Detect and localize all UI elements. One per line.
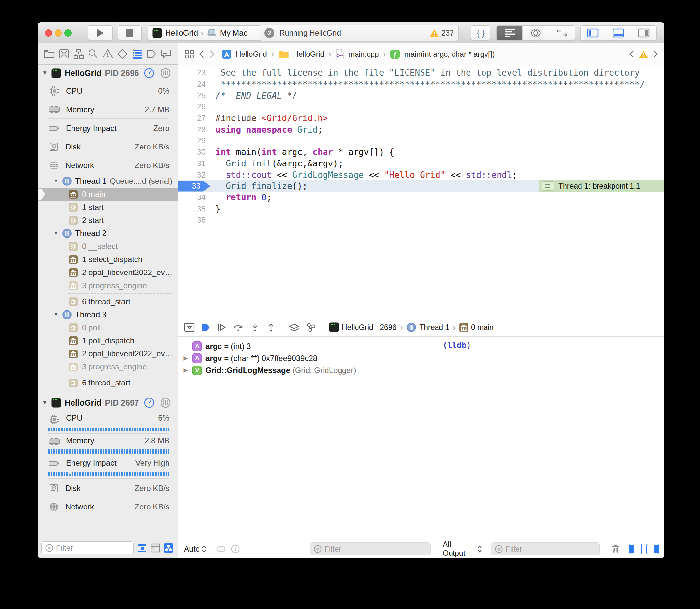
profile-gauge-button[interactable] (143, 67, 155, 79)
clear-console-button[interactable] (611, 544, 620, 554)
gauge-row-network[interactable]: NetworkZero KB/s (37, 498, 178, 516)
navigator-tab-source-control[interactable] (57, 47, 70, 60)
variables-filter-field[interactable]: Filter (310, 542, 431, 556)
variable-row[interactable]: ▶ V Grid::GridLogMessage (Grid::GridLogg… (178, 364, 437, 376)
view-ui-hierarchy-button[interactable] (150, 542, 161, 554)
navigator-tab-issues[interactable] (101, 47, 114, 60)
disclosure-triangle-icon[interactable]: ▼ (42, 70, 48, 76)
stack-frame-row[interactable]: 6 thread_start (37, 376, 178, 389)
activity-viewer[interactable]: 2 Running HelloGrid 237 (259, 25, 459, 41)
step-into-button[interactable] (250, 323, 260, 332)
debug-path-item[interactable]: HelloGrid - 2696 (329, 323, 396, 332)
stack-frame-row[interactable]: 2 start (37, 214, 178, 227)
navigator-tab-project[interactable] (43, 47, 56, 60)
code-review-button[interactable]: { } (471, 25, 490, 40)
breakpoints-enabled-button[interactable] (201, 323, 210, 332)
breakpoint-annotation[interactable]: Thread 1: breakpoint 1.1 (539, 180, 664, 192)
disclosure-triangle-icon[interactable]: ▶ (183, 367, 189, 374)
stack-frame-row[interactable]: 3 progress_engine (37, 279, 178, 292)
assistant-editor-button[interactable] (523, 26, 549, 40)
toggle-navigator-button[interactable] (581, 26, 606, 40)
code-line-23[interactable]: 23 See the full license in the file "LIC… (178, 67, 664, 79)
gauge-row-memory[interactable]: Memory2.8 MB (37, 434, 178, 456)
jump-bar-symbol[interactable]: main(int argc, char * argv[]) (404, 50, 495, 59)
step-over-button[interactable] (233, 323, 244, 332)
jump-bar-project[interactable]: HelloGrid (236, 50, 267, 59)
console-output[interactable]: (lldb) (437, 337, 664, 540)
zoom-window-button[interactable] (64, 29, 71, 37)
stack-frame-row[interactable]: 2 opal_libevent2022_ev… (37, 347, 178, 360)
jump-bar-file[interactable]: main.cpp (348, 50, 379, 59)
variable-row[interactable]: ▶ A argv = (char **) 0x7ffee9039c28 (178, 352, 437, 364)
navigator-tab-breakpoints[interactable] (145, 47, 158, 60)
standard-editor-button[interactable] (497, 26, 523, 40)
variables-scope-dropdown[interactable]: Auto (184, 545, 206, 554)
debug-path-item[interactable]: 0 main (459, 323, 494, 332)
code-line-36[interactable]: 36 (178, 214, 664, 226)
code-line-35[interactable]: 35 } (178, 203, 664, 214)
console-scope-dropdown[interactable]: All Output (443, 540, 482, 558)
minimize-window-button[interactable] (54, 29, 62, 37)
disclosure-triangle-icon[interactable]: ▶ (183, 355, 189, 362)
stack-frame-row[interactable]: 6 thread_start (37, 295, 178, 308)
jump-bar-group[interactable]: HelloGrid (293, 50, 325, 59)
disclosure-triangle-icon[interactable]: ▼ (42, 399, 48, 406)
thread-row[interactable]: ▼ Thread 3 (37, 308, 178, 321)
view-by-queue-button[interactable] (163, 542, 174, 554)
code-line-28[interactable]: 28 using namespace Grid; (178, 124, 664, 135)
disclosure-triangle-icon[interactable]: ▼ (53, 311, 59, 318)
code-line-31[interactable]: 31 Grid_init(&argc,&argv); (178, 158, 664, 169)
gauge-row-memory[interactable]: Memory2.7 MB (37, 100, 178, 119)
scheme-selector[interactable]: HelloGrid › My Mac (148, 25, 261, 40)
stack-frame-row[interactable]: 1 poll_dispatch (37, 334, 178, 347)
run-button[interactable] (88, 25, 113, 40)
navigator-tab-find[interactable] (86, 47, 100, 60)
previous-issue-button[interactable] (629, 50, 634, 58)
navigator-tab-symbols[interactable] (72, 47, 85, 60)
back-button[interactable] (199, 50, 205, 59)
code-line-25[interactable]: 25 /* END LEGAL */ (178, 90, 664, 101)
close-window-button[interactable] (45, 29, 52, 37)
navigator-tab-tests[interactable] (116, 47, 129, 60)
thread-row[interactable]: ▼ Thread 2 (37, 227, 178, 240)
stack-frame-row[interactable]: 3 progress_engine (37, 360, 178, 373)
toggle-debug-area-button[interactable] (606, 26, 631, 40)
gauge-row-disk[interactable]: DiskZero KB/s (37, 137, 178, 156)
code-line-34[interactable]: 34 return 0; (178, 192, 664, 203)
code-line-33[interactable]: 33 Grid_finalize(); Thread 1: breakpoint… (178, 180, 664, 192)
variable-row[interactable]: A argc = (int) 3 (178, 340, 437, 352)
gauge-row-disk[interactable]: DiskZero KB/s (37, 479, 178, 498)
navigator-filter-field[interactable]: Filter (41, 541, 134, 555)
gauge-row-energy-impact[interactable]: Energy ImpactZero (37, 119, 178, 137)
gauge-row-cpu[interactable]: CPU0% (37, 82, 178, 100)
console-filter-field[interactable]: Filter (491, 542, 600, 556)
source-editor[interactable]: 23 See the full license in the file "LIC… (178, 65, 664, 318)
disclosure-triangle-icon[interactable]: ▼ (53, 178, 59, 185)
profile-gauge-button[interactable] (143, 397, 155, 408)
process-header[interactable]: ▼ HelloGridPID 2696 (37, 65, 178, 82)
hide-debug-area-button[interactable] (184, 323, 194, 332)
pause-process-button[interactable] (160, 397, 171, 408)
stop-button[interactable] (118, 25, 142, 40)
forward-button[interactable] (209, 50, 215, 59)
toggle-variables-view-button[interactable] (630, 544, 642, 554)
annotation-menu-icon[interactable] (542, 181, 554, 191)
stack-frame-row[interactable]: 0 poll (37, 321, 178, 334)
related-items-icon[interactable] (185, 49, 194, 59)
debug-view-hierarchy-button[interactable] (289, 323, 300, 332)
disclosure-triangle-icon[interactable]: ▼ (53, 230, 59, 237)
info-icon[interactable] (231, 544, 240, 554)
navigator-tab-reports[interactable] (160, 47, 173, 60)
stack-frame-row[interactable]: 0 __select (37, 240, 178, 253)
code-line-32[interactable]: 32 std::cout << GridLogMessage << "Hello… (178, 169, 664, 180)
toggle-console-view-button[interactable] (647, 544, 659, 554)
step-out-button[interactable] (266, 323, 276, 332)
code-line-24[interactable]: 24 *************************************… (178, 79, 664, 90)
memory-graph-button[interactable] (306, 323, 317, 332)
thread-row[interactable]: ▼ Thread 1Queue:...d (serial) (37, 175, 178, 188)
code-line-29[interactable]: 29 (178, 135, 664, 146)
stack-frame-row[interactable]: 1 select_dispatch (37, 253, 178, 266)
issue-warning-icon[interactable] (638, 50, 648, 59)
stack-frame-row[interactable]: 2 opal_libevent2022_ev… (37, 266, 178, 279)
version-editor-button[interactable] (549, 26, 575, 40)
